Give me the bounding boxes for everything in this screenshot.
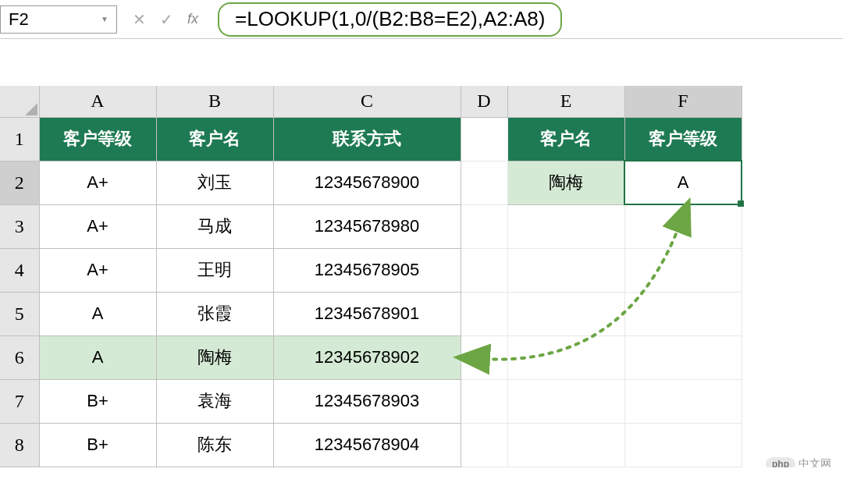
- col-header-A[interactable]: A: [39, 86, 156, 117]
- formula-bar-icons: ✕ ✓ fx: [117, 10, 214, 29]
- cell-F8[interactable]: [624, 423, 742, 467]
- spreadsheet-grid: A B C D E F 1 客户等级 客户名 联系方式 客户名 客户等级 2 A…: [0, 86, 843, 467]
- cell-C2[interactable]: 12345678900: [273, 161, 461, 204]
- row-header-8[interactable]: 8: [0, 423, 39, 467]
- header-lookup-name[interactable]: 客户名: [507, 117, 624, 161]
- cell-C8[interactable]: 12345678904: [273, 423, 461, 467]
- cell-F5[interactable]: [624, 292, 742, 335]
- row-header-4[interactable]: 4: [0, 248, 39, 292]
- cell-B2[interactable]: 刘玉: [156, 161, 273, 204]
- col-header-B[interactable]: B: [156, 86, 273, 117]
- cell-D7[interactable]: [461, 379, 507, 423]
- header-customer-level[interactable]: 客户等级: [39, 117, 156, 161]
- cell-B8[interactable]: 陈东: [156, 423, 273, 467]
- formula-bar: F2 ▼ ✕ ✓ fx =LOOKUP(1,0/(B2:B8=E2),A2:A8…: [0, 0, 843, 39]
- cell-F2-lookup-result[interactable]: A: [624, 161, 742, 204]
- fill-handle[interactable]: [738, 201, 744, 207]
- cell-E4[interactable]: [507, 248, 624, 292]
- cell-F6[interactable]: [624, 335, 742, 379]
- cell-E7[interactable]: [507, 379, 624, 423]
- cell-B3[interactable]: 马成: [156, 204, 273, 248]
- select-all-corner[interactable]: [0, 86, 39, 117]
- cell-E2-lookup-name[interactable]: 陶梅: [507, 161, 624, 204]
- name-box-value: F2: [9, 9, 29, 30]
- row-header-6[interactable]: 6: [0, 335, 39, 379]
- cell-E6[interactable]: [507, 335, 624, 379]
- cell-B4[interactable]: 王明: [156, 248, 273, 292]
- cell-D1[interactable]: [461, 117, 507, 161]
- cell-C3[interactable]: 12345678980: [273, 204, 461, 248]
- cell-A4[interactable]: A+: [39, 248, 156, 292]
- row-header-5[interactable]: 5: [0, 292, 39, 335]
- cell-A2[interactable]: A+: [39, 161, 156, 204]
- fx-icon[interactable]: fx: [187, 11, 198, 27]
- cell-A3[interactable]: A+: [39, 204, 156, 248]
- cell-F7[interactable]: [624, 379, 742, 423]
- cell-A7[interactable]: B+: [39, 379, 156, 423]
- cell-E3[interactable]: [507, 204, 624, 248]
- watermark-badge: php: [766, 457, 795, 467]
- cell-E5[interactable]: [507, 292, 624, 335]
- row-header-1[interactable]: 1: [0, 117, 39, 161]
- cell-B6[interactable]: 陶梅: [156, 335, 273, 379]
- cell-C5[interactable]: 12345678901: [273, 292, 461, 335]
- cell-D8[interactable]: [461, 423, 507, 467]
- cell-D5[interactable]: [461, 292, 507, 335]
- lookup-result-value: A: [678, 172, 689, 192]
- header-lookup-level[interactable]: 客户等级: [624, 117, 742, 161]
- col-header-E[interactable]: E: [507, 86, 624, 117]
- row-header-7[interactable]: 7: [0, 379, 39, 423]
- row-header-3[interactable]: 3: [0, 204, 39, 248]
- name-box-dropdown-icon[interactable]: ▼: [101, 15, 108, 23]
- watermark-text: 中文网: [799, 457, 831, 467]
- formula-input[interactable]: =LOOKUP(1,0/(B2:B8=E2),A2:A8): [218, 2, 562, 37]
- cell-C7[interactable]: 12345678903: [273, 379, 461, 423]
- cell-D6[interactable]: [461, 335, 507, 379]
- col-header-F[interactable]: F: [624, 86, 742, 117]
- cell-F3[interactable]: [624, 204, 742, 248]
- header-customer-name[interactable]: 客户名: [156, 117, 273, 161]
- cell-D2[interactable]: [461, 161, 507, 204]
- grid-table: A B C D E F 1 客户等级 客户名 联系方式 客户名 客户等级 2 A…: [0, 86, 742, 467]
- cell-B7[interactable]: 袁海: [156, 379, 273, 423]
- cell-D3[interactable]: [461, 204, 507, 248]
- header-contact[interactable]: 联系方式: [273, 117, 461, 161]
- cell-C4[interactable]: 12345678905: [273, 248, 461, 292]
- row-header-2[interactable]: 2: [0, 161, 39, 204]
- cell-F4[interactable]: [624, 248, 742, 292]
- cell-A8[interactable]: B+: [39, 423, 156, 467]
- confirm-icon[interactable]: ✓: [160, 10, 173, 29]
- watermark: php 中文网: [766, 457, 831, 467]
- cell-D4[interactable]: [461, 248, 507, 292]
- cell-B5[interactable]: 张霞: [156, 292, 273, 335]
- select-all-triangle-icon: [25, 103, 37, 115]
- cell-A6[interactable]: A: [39, 335, 156, 379]
- name-box[interactable]: F2 ▼: [0, 5, 117, 34]
- col-header-D[interactable]: D: [461, 86, 507, 117]
- cell-A5[interactable]: A: [39, 292, 156, 335]
- cancel-icon[interactable]: ✕: [133, 10, 146, 29]
- formula-text: =LOOKUP(1,0/(B2:B8=E2),A2:A8): [235, 7, 545, 31]
- cell-C6[interactable]: 12345678902: [273, 335, 461, 379]
- cell-E8[interactable]: [507, 423, 624, 467]
- col-header-C[interactable]: C: [273, 86, 461, 117]
